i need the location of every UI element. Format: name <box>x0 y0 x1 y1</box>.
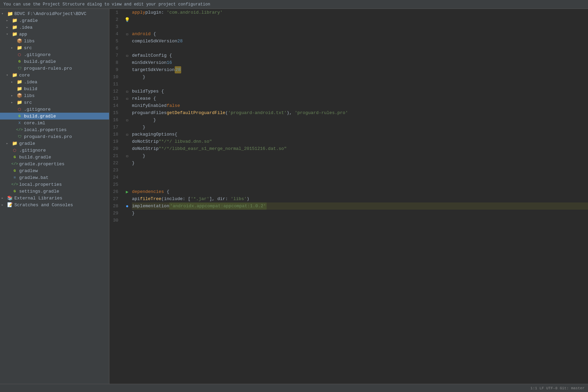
sidebar-item-core-gitignore[interactable]: ⬡.gitignore <box>0 106 109 113</box>
fold-icon[interactable]: ◻ <box>126 54 128 58</box>
code-line[interactable] <box>132 181 588 188</box>
line-number: 28 <box>109 202 121 210</box>
fold-icon[interactable]: ◻ <box>126 132 128 137</box>
code-line[interactable]: } <box>132 152 588 159</box>
code-line[interactable]: } <box>132 124 588 131</box>
sidebar-item-root-build-gradle[interactable]: Gbuild.gradle <box>0 154 109 160</box>
code-line[interactable]: dependencies { <box>132 188 588 195</box>
sidebar-item-gradlew-bat[interactable]: ≡gradlew.bat <box>0 174 109 181</box>
code-line[interactable] <box>132 16 588 23</box>
gradle-icon: G <box>12 188 18 194</box>
folder-icon: 📁 <box>16 86 23 92</box>
run-icon[interactable]: ▶ <box>126 189 129 195</box>
sidebar-item-label: .gradle <box>19 18 38 23</box>
scratches-icon: 📝 <box>7 202 13 208</box>
code-line[interactable]: compileSdkVersion 28 <box>132 38 588 45</box>
sidebar-item-app-src[interactable]: ▸📁src <box>0 44 109 51</box>
line-number: 27 <box>109 195 121 202</box>
code-line[interactable] <box>132 45 588 52</box>
folder-icon: 📁 <box>12 141 18 146</box>
sidebar-item-core-src[interactable]: ▸📁src <box>0 99 109 106</box>
sidebar-item-label: libs <box>24 93 35 98</box>
sidebar-item-app-libs[interactable]: 📦libs <box>0 38 109 44</box>
sidebar-item-app-gitignore[interactable]: ⬡.gitignore <box>0 51 109 58</box>
code-line[interactable]: } <box>132 159 588 167</box>
code-line[interactable]: doNotStrip "*/*/ libvad.dnn.so" <box>132 138 588 145</box>
sidebar-item-core-idea[interactable]: ▸📁.idea <box>0 79 109 85</box>
sidebar-item-core[interactable]: ▾📁core <box>0 72 109 79</box>
sidebar-item-core-iml[interactable]: Xcore.iml <box>0 120 109 126</box>
sidebar-item-external-libs[interactable]: ▸📚External Libraries <box>0 195 109 201</box>
fold-icon[interactable]: ◻ <box>126 154 128 158</box>
sidebar-item-app-build-gradle[interactable]: Gbuild.gradle <box>0 58 109 65</box>
folder-libs-icon: 📦 <box>16 93 23 98</box>
fold-icon[interactable]: ◻ <box>126 118 128 122</box>
sidebar-item-core-proguard[interactable]: 🛡proguard-rules.pro <box>0 133 109 140</box>
sidebar-item-app[interactable]: ▾📁app <box>0 31 109 38</box>
breakpoint-icon[interactable]: ● <box>126 204 129 209</box>
code-line[interactable]: buildTypes { <box>132 88 588 95</box>
sidebar-item-label: core.iml <box>24 121 45 126</box>
sidebar-item-label: build <box>24 86 37 92</box>
sidebar-item-root-gradle-props[interactable]: </>gradle.properties <box>0 160 109 167</box>
sidebar-item-core-build[interactable]: 📁build <box>0 85 109 92</box>
prop-icon: </> <box>16 127 23 132</box>
line-number: 12 <box>109 88 121 95</box>
sidebar-item-core-build-gradle[interactable]: Gbuild.gradle <box>0 113 109 120</box>
folder-icon: 📁 <box>12 31 18 37</box>
sidebar-item-gradlew[interactable]: Ggradlew <box>0 167 109 174</box>
code-line[interactable]: } <box>132 210 588 217</box>
code-line[interactable]: implementation 'androidx.appcompat:appco… <box>132 202 588 210</box>
code-line[interactable]: apply plugin: 'com.android.library' <box>132 9 588 16</box>
code-line[interactable]: minifyEnabled false <box>132 102 588 109</box>
code-line[interactable]: } <box>132 73 588 81</box>
line-number: 13 <box>109 95 121 102</box>
code-line[interactable]: minSdkVersion 16 <box>132 59 588 66</box>
code-line[interactable]: defaultConfig { <box>132 52 588 59</box>
code-line[interactable]: targetSdkVersion 28 <box>132 66 588 73</box>
fold-icon[interactable]: ◻ <box>126 89 128 94</box>
code-line[interactable] <box>132 217 588 224</box>
sidebar-item-label: Scratches and Consoles <box>14 202 73 208</box>
code-line[interactable]: doNotStrip "*/*/libbd_easr_s1_merge_norm… <box>132 145 588 152</box>
sidebar-item-local-props[interactable]: </>local.properties <box>0 181 109 188</box>
sidebar-item-root-gitignore[interactable]: ⬡.gitignore <box>0 147 109 154</box>
folder-icon: 📁 <box>16 100 23 105</box>
code-line[interactable]: packagingOptions{ <box>132 131 588 138</box>
sidebar-item-core-libs[interactable]: ▸📦libs <box>0 92 109 99</box>
xml-icon: X <box>16 120 23 126</box>
sidebar-item-scratches[interactable]: ▸📝Scratches and Consoles <box>0 201 109 208</box>
code-line[interactable]: proguardFiles getDefaultProguardFile('pr… <box>132 109 588 116</box>
sidebar-item-core-local-props[interactable]: </>local.properties <box>0 126 109 133</box>
hint-icon[interactable]: 💡 <box>124 17 130 23</box>
bottom-bar: 1:1 LF UTF-8 Git: master <box>0 384 588 392</box>
line-number: 18 <box>109 131 121 138</box>
code-line[interactable] <box>132 23 588 30</box>
fold-icon[interactable]: ◻ <box>126 97 128 101</box>
folder-icon: 📁 <box>16 45 23 51</box>
folder-icon: 📁 <box>12 18 18 23</box>
sidebar-item-gradle[interactable]: ▸📁.gradle <box>0 17 109 24</box>
code-line[interactable] <box>132 174 588 181</box>
info-bar: You can use the Project Structure dialog… <box>0 0 588 9</box>
fold-icon[interactable]: ◻ <box>126 32 128 36</box>
root-icon: 📁 <box>7 11 13 16</box>
sidebar-item-gradle-root[interactable]: ▸📁gradle <box>0 140 109 147</box>
line-number: 14 <box>109 102 121 109</box>
code-line[interactable]: release { <box>132 95 588 102</box>
sidebar-item-app-proguard[interactable]: 🛡proguard-rules.pro <box>0 65 109 72</box>
line-number: 21 <box>109 152 121 159</box>
prop-icon: </> <box>12 161 18 167</box>
sidebar-item-label: proguard-rules.pro <box>24 66 72 71</box>
line-number: 20 <box>109 145 121 152</box>
code-line[interactable]: android { <box>132 30 588 38</box>
proguard-icon: 🛡 <box>16 134 23 139</box>
sidebar-item-idea[interactable]: ▸📁.idea <box>0 24 109 31</box>
code-line[interactable] <box>132 167 588 174</box>
sidebar-item-settings-gradle[interactable]: Gsettings.gradle <box>0 188 109 195</box>
sidebar-item-bdvc-root[interactable]: ▾📁BDVC F:\AndroidPorject\BDVC <box>0 10 109 17</box>
line-number: 2 <box>109 16 121 23</box>
code-line[interactable]: } <box>132 116 588 124</box>
code-line[interactable]: api fileTree(include: ['*.jar'], dir: 'l… <box>132 195 588 202</box>
code-line[interactable] <box>132 81 588 88</box>
